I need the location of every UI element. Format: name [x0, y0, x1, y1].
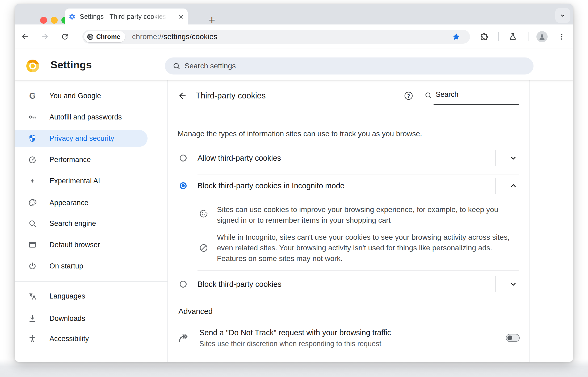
profile-avatar[interactable]	[536, 31, 548, 42]
browser-window: Settings - Third-party cookies +	[15, 4, 573, 362]
tab-search-chevron-button[interactable]	[555, 8, 570, 23]
speedometer-icon	[28, 155, 37, 164]
do-not-track-title: Send a "Do Not Track" request with your …	[199, 327, 391, 338]
power-icon	[28, 262, 37, 271]
toolbar-divider	[498, 32, 499, 41]
collapse-chevron-up-icon[interactable]	[509, 181, 518, 190]
chrome-site-chip[interactable]: Chrome	[84, 31, 125, 42]
option-block-third-party-cookies[interactable]: Block third-party cookies	[168, 274, 529, 295]
settings-sidebar: G You and Google Autofill and passwords	[15, 80, 167, 362]
advanced-heading: Advanced	[178, 306, 213, 317]
shield-icon	[28, 134, 37, 143]
toggle-knob	[507, 335, 512, 340]
svg-text:?: ?	[407, 93, 410, 99]
search-icon	[28, 219, 37, 228]
accessibility-icon	[28, 334, 37, 343]
palette-icon	[28, 198, 37, 207]
sidebar-item-privacy-and-security[interactable]: Privacy and security	[15, 130, 148, 147]
page-intro-text: Manage the types of information sites ca…	[178, 129, 422, 139]
do-not-track-toggle[interactable]	[506, 334, 520, 342]
cookie-icon	[199, 209, 208, 218]
sidebar-item-search-engine[interactable]: Search engine	[15, 213, 167, 234]
tab-strip: Settings - Third-party cookies +	[15, 4, 573, 24]
sidebar-divider	[15, 281, 167, 282]
sidebar-item-appearance[interactable]: Appearance	[15, 192, 167, 213]
menu-kebab-icon[interactable]	[556, 31, 568, 43]
row-divider	[495, 178, 496, 194]
page-search-input[interactable]: Search	[434, 90, 519, 105]
browser-toolbar: Chrome chrome://settings/cookies	[15, 24, 573, 49]
extensions-icon[interactable]	[478, 31, 490, 43]
download-icon	[28, 314, 37, 323]
option-allow-third-party-cookies[interactable]: Allow third-party cookies	[168, 147, 529, 169]
tab-title: Settings - Third-party cookies	[80, 13, 166, 20]
search-icon	[172, 62, 181, 70]
do-not-track-subtitle: Sites use their discretion when respondi…	[199, 338, 381, 349]
row-divider	[495, 150, 496, 166]
radio-unselected[interactable]	[180, 281, 187, 288]
back-arrow-icon[interactable]	[177, 90, 188, 102]
row-separator	[198, 270, 519, 271]
sidebar-item-on-startup[interactable]: On startup	[15, 255, 167, 277]
sidebar-item-default-browser[interactable]: Default browser	[15, 234, 167, 255]
do-not-track-arrow-icon	[177, 332, 190, 344]
detail-text-incognito: While in Incognito, sites can't use your…	[217, 232, 520, 264]
expand-chevron-down-icon[interactable]	[509, 280, 518, 289]
settings-content: G You and Google Autofill and passwords	[15, 80, 573, 362]
page-title: Third-party cookies	[196, 89, 266, 102]
close-window-button[interactable]	[40, 17, 47, 24]
radio-selected[interactable]	[180, 182, 187, 189]
address-bar[interactable]: Chrome chrome://settings/cookies	[82, 30, 470, 44]
translate-icon	[28, 292, 37, 301]
back-icon[interactable]	[19, 31, 31, 43]
browser-window-icon	[28, 240, 37, 249]
sidebar-item-languages[interactable]: Languages	[15, 285, 167, 307]
sidebar-item-you-and-google[interactable]: G You and Google	[15, 85, 167, 106]
sidebar-item-accessibility[interactable]: Accessibility	[15, 328, 167, 349]
chrome-canary-logo	[26, 60, 39, 72]
sparkle-icon	[28, 176, 37, 185]
url-text: chrome://settings/cookies	[132, 32, 217, 41]
bookmark-star-icon[interactable]	[452, 32, 460, 41]
tab-settings[interactable]: Settings - Third-party cookies	[65, 9, 188, 24]
page-search-label: Search	[436, 90, 459, 99]
settings-search-placeholder: Search settings	[184, 62, 236, 70]
key-icon	[28, 113, 37, 122]
row-divider	[495, 276, 496, 292]
search-icon	[424, 91, 432, 100]
experiments-flask-icon[interactable]	[507, 31, 519, 43]
settings-gear-favicon	[69, 13, 76, 20]
radio-unselected[interactable]	[180, 155, 187, 161]
option-block-cookies-incognito[interactable]: Block third-party cookies in Incognito m…	[168, 175, 529, 196]
sidebar-item-downloads[interactable]: Downloads	[15, 308, 167, 329]
sidebar-item-performance[interactable]: Performance	[15, 149, 167, 170]
blocked-icon	[199, 243, 208, 253]
settings-search-field[interactable]: Search settings	[165, 57, 534, 74]
third-party-cookies-page: Third-party cookies ? Search Manage the …	[167, 80, 530, 362]
page-search-underline	[434, 104, 519, 105]
chrome-logo-icon	[87, 33, 94, 40]
settings-title: Settings	[51, 59, 92, 71]
detail-text-cookies: Sites can use cookies to improve your br…	[217, 204, 520, 226]
expand-chevron-down-icon[interactable]	[509, 154, 518, 163]
toolbar-divider	[528, 32, 528, 41]
minimize-window-button[interactable]	[51, 17, 58, 24]
sidebar-item-autofill[interactable]: Autofill and passwords	[15, 106, 167, 128]
tab-close-icon[interactable]	[177, 12, 186, 21]
forward-icon[interactable]	[39, 31, 51, 43]
reload-icon[interactable]	[59, 31, 71, 43]
help-icon[interactable]: ?	[404, 91, 413, 101]
sidebar-item-experimental-ai[interactable]: Experimental AI	[15, 170, 167, 192]
settings-header: Settings Search settings	[15, 49, 573, 80]
chip-label: Chrome	[96, 33, 120, 40]
google-g-icon: G	[28, 91, 37, 100]
